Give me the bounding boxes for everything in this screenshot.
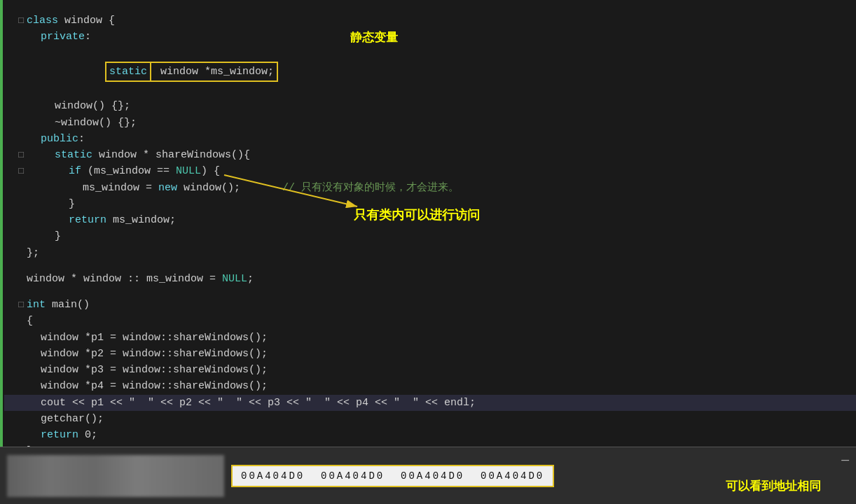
code-line-21: window *p3 = window::shareWindows(); xyxy=(4,362,856,378)
code-line-7: □ static window * shareWindows(){ xyxy=(4,147,856,163)
console-dash: — xyxy=(841,453,849,467)
gutter: □ xyxy=(11,148,24,162)
code-line-10: } xyxy=(4,196,856,212)
code-line-3: static window *ms_window; xyxy=(4,46,856,99)
code-line-14 xyxy=(4,261,856,271)
code-line-15: window * window :: ms_window = NULL; xyxy=(4,271,856,287)
code-line-19: window *p1 = window::shareWindows(); xyxy=(4,330,856,346)
code-line-8: □ if (ms_window == NULL) { xyxy=(4,163,856,179)
gutter: □ xyxy=(11,164,24,178)
console-output: 00A404D0 00A404D0 00A404D0 00A404D0 xyxy=(231,465,554,487)
code-line-1: □ class window { xyxy=(4,13,856,29)
code-line-6: public: xyxy=(4,131,856,147)
code-line-17: □ int main() xyxy=(4,297,856,313)
code-line-2: private: xyxy=(4,29,856,45)
code-line-9: ms_window = new window(); // 只有没有对象的时候，才… xyxy=(4,180,856,196)
code-area: □ class window { private: static window … xyxy=(0,0,856,504)
code-line-4: window() {}; xyxy=(4,98,856,114)
code-line-13: }; xyxy=(4,245,856,261)
console-bar: 00A404D0 00A404D0 00A404D0 00A404D0 可以看到… xyxy=(0,447,856,504)
code-line-23: cout << p1 << " " << p2 << " " << p3 << … xyxy=(4,395,856,411)
code-line-5: ~window() {}; xyxy=(4,115,856,131)
code-line-24: getchar(); xyxy=(4,411,856,427)
blurred-output xyxy=(7,455,224,497)
code-line-11: return ms_window; xyxy=(4,212,856,228)
code-line-22: window *p4 = window::shareWindows(); xyxy=(4,378,856,394)
code-line-18: { xyxy=(4,313,856,329)
code-line-12: } xyxy=(4,228,856,244)
comment-only-when-null: // 只有没有对象的时候，才会进来。 xyxy=(282,180,459,196)
code-line-16 xyxy=(4,287,856,297)
code-line-20: window *p2 = window::shareWindows(); xyxy=(4,346,856,362)
code-line-25: return 0; xyxy=(4,427,856,443)
gutter: □ xyxy=(11,298,24,312)
address-same-label: 可以看到地址相同 xyxy=(726,478,821,494)
gutter: □ xyxy=(11,14,24,28)
